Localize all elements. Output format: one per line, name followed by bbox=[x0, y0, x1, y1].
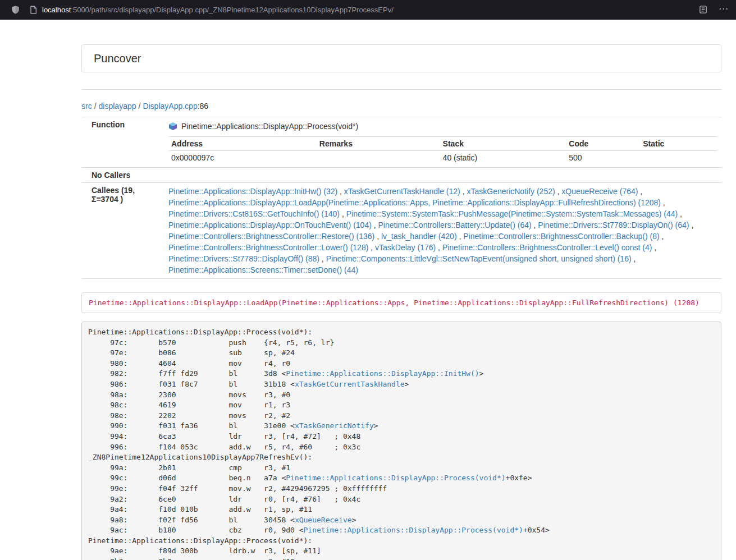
callee-separator: , bbox=[340, 209, 346, 218]
callee-link[interactable]: Pinetime::Applications::DisplayApp::Init… bbox=[168, 187, 337, 196]
callee-separator: , bbox=[372, 221, 378, 229]
stats-value-row: 0x0000097c 40 (static) 500 bbox=[168, 151, 717, 165]
breadcrumb-line-number: :86 bbox=[198, 102, 208, 111]
callee-separator: , bbox=[632, 254, 636, 263]
callee-link[interactable]: xTaskGetCurrentTaskHandle (12) bbox=[344, 187, 460, 196]
callee-separator: , bbox=[532, 221, 538, 229]
callee-link[interactable]: lv_task_handler (420) bbox=[381, 232, 457, 241]
callee-link[interactable]: Pinetime::Components::LittleVgl::SetNewT… bbox=[326, 254, 632, 263]
code-value: 500 bbox=[566, 151, 640, 165]
callee-link[interactable]: Pinetime::Controllers::BrightnessControl… bbox=[168, 232, 374, 241]
stack-value: 40 (static) bbox=[440, 151, 566, 165]
callee-link[interactable]: Pinetime::Controllers::BrightnessControl… bbox=[442, 243, 652, 252]
brand-title: Puncover bbox=[94, 52, 141, 65]
reader-view-icon[interactable] bbox=[699, 5, 707, 14]
callee-separator: , bbox=[374, 232, 381, 241]
callee-separator: , bbox=[661, 198, 665, 207]
url-text: localhost:5000/path/src/displayapp/Displ… bbox=[42, 6, 394, 14]
column-header-code: Code bbox=[566, 137, 640, 151]
callee-separator: , bbox=[660, 232, 664, 241]
callee-link[interactable]: Pinetime::Applications::Screens::Timer::… bbox=[168, 265, 358, 274]
browser-chrome: localhost:5000/path/src/displayapp/Displ… bbox=[0, 0, 736, 20]
disassembly-symbol-link[interactable]: Pinetime::Applications::DisplayApp::Init… bbox=[286, 369, 479, 378]
disassembly-symbol-link[interactable]: xTaskGetCurrentTaskHandle bbox=[295, 380, 405, 388]
url-path: :5000/path/src/displayapp/DisplayApp.cpp… bbox=[71, 6, 394, 14]
column-header-remarks: Remarks bbox=[317, 137, 440, 151]
callees-label: Callees (19, Σ=3704 ) bbox=[81, 183, 164, 279]
callee-link[interactable]: Pinetime::Drivers::St7789::DisplayOff() … bbox=[168, 254, 319, 263]
remarks-value bbox=[317, 151, 440, 165]
callee-separator: , bbox=[337, 187, 344, 196]
callee-separator: , bbox=[368, 243, 375, 252]
callee-separator: , bbox=[460, 187, 467, 196]
callee-link[interactable]: Pinetime::Applications::DisplayApp::OnTo… bbox=[168, 221, 372, 229]
callee-link[interactable]: xQueueReceive (764) bbox=[561, 187, 638, 196]
callee-separator: , bbox=[436, 243, 442, 252]
highlighted-symbol-text: Pinetime::Applications::DisplayApp::Load… bbox=[89, 299, 700, 307]
column-header-static: Static bbox=[640, 137, 717, 151]
callee-link[interactable]: Pinetime::Controllers::BrightnessControl… bbox=[463, 232, 659, 241]
divider bbox=[81, 89, 721, 90]
symbol-stats-table: Address Remarks Stack Code Static 0x0000… bbox=[168, 136, 717, 164]
more-tools-icon[interactable]: ⋯ bbox=[719, 4, 728, 16]
breadcrumb-displayapp-link[interactable]: displayapp bbox=[99, 102, 136, 111]
stats-header-row: Address Remarks Stack Code Static bbox=[168, 137, 717, 151]
callees-row: Callees (19, Σ=3704 ) Pinetime::Applicat… bbox=[81, 183, 721, 279]
highlighted-symbol[interactable]: Pinetime::Applications::DisplayApp::Load… bbox=[81, 292, 721, 313]
page-container: Puncover src/displayapp/DisplayApp.cpp:8… bbox=[81, 44, 721, 560]
breadcrumb-file-link[interactable]: DisplayApp.cpp bbox=[143, 102, 197, 111]
breadcrumb-separator: / bbox=[136, 102, 143, 111]
callee-link[interactable]: Pinetime::System::SystemTask::PushMessag… bbox=[346, 209, 678, 218]
method-icon bbox=[168, 122, 177, 131]
function-row: Function Pinetime::Applications::Display… bbox=[81, 117, 721, 168]
column-header-stack: Stack bbox=[440, 137, 566, 151]
site-page-icon bbox=[30, 6, 37, 14]
callee-separator: , bbox=[319, 254, 326, 263]
function-table: Function Pinetime::Applications::Display… bbox=[81, 117, 721, 279]
url-bar[interactable]: localhost:5000/path/src/displayapp/Displ… bbox=[30, 6, 688, 14]
no-callers-label: No Callers bbox=[81, 168, 164, 183]
disassembly-symbol-link[interactable]: Pinetime::Applications::DisplayApp::Proc… bbox=[304, 526, 523, 534]
callee-separator: , bbox=[689, 221, 694, 229]
callees-list: Pinetime::Applications::DisplayApp::Init… bbox=[164, 183, 721, 279]
disassembly-symbol-link[interactable]: xTaskGenericNotify bbox=[295, 421, 374, 430]
callee-link[interactable]: Pinetime::Controllers::Battery::Update()… bbox=[378, 221, 532, 229]
puncover-header: Puncover bbox=[81, 44, 721, 72]
static-value bbox=[640, 151, 717, 165]
callee-link[interactable]: xTaskGenericNotify (252) bbox=[467, 187, 555, 196]
callee-separator: , bbox=[555, 187, 562, 196]
column-header-address: Address bbox=[168, 137, 317, 151]
callee-separator: , bbox=[638, 187, 642, 196]
tracking-protection-shield-icon[interactable] bbox=[11, 5, 20, 15]
url-host: localhost bbox=[42, 6, 71, 14]
no-callers-row: No Callers bbox=[81, 168, 721, 183]
breadcrumb: src/displayapp/DisplayApp.cpp:86 bbox=[81, 102, 721, 111]
disassembly-symbol-link[interactable]: Pinetime::Applications::DisplayApp::Proc… bbox=[286, 474, 505, 482]
callee-link[interactable]: vTaskDelay (176) bbox=[375, 243, 436, 252]
callee-separator: , bbox=[457, 232, 464, 241]
address-value: 0x0000097c bbox=[168, 151, 317, 165]
callee-separator: , bbox=[678, 209, 682, 218]
disassembly-code: Pinetime::Applications::DisplayApp::Proc… bbox=[81, 322, 721, 560]
callee-link[interactable]: Pinetime::Drivers::Cst816S::GetTouchInfo… bbox=[168, 209, 340, 218]
function-name: Pinetime::Applications::DisplayApp::Proc… bbox=[181, 121, 358, 132]
breadcrumb-src-link[interactable]: src bbox=[81, 102, 92, 111]
callee-separator: , bbox=[652, 243, 656, 252]
callee-link[interactable]: Pinetime::Applications::DisplayApp::Load… bbox=[168, 198, 661, 207]
breadcrumb-separator: / bbox=[92, 102, 99, 111]
callee-link[interactable]: Pinetime::Drivers::St7789::DisplayOn() (… bbox=[538, 221, 689, 229]
disassembly-symbol-link[interactable]: xQueueReceive bbox=[295, 516, 352, 524]
callee-link[interactable]: Pinetime::Controllers::BrightnessControl… bbox=[168, 243, 368, 252]
function-name-row: Pinetime::Applications::DisplayApp::Proc… bbox=[168, 120, 717, 134]
function-label: Function bbox=[81, 117, 164, 168]
